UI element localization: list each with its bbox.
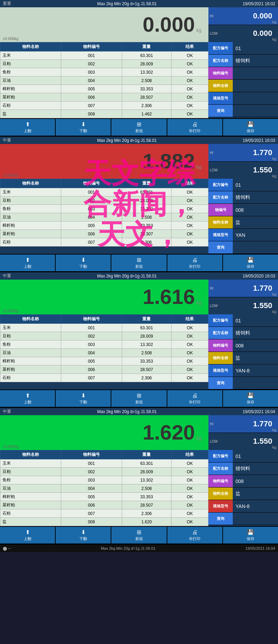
btn-保存[interactable]: 💾保存: [223, 119, 278, 136]
btn-下翻[interactable]: ⬇下翻: [56, 527, 111, 544]
info-label: 规格型号: [208, 500, 233, 512]
table-cell: OK: [171, 110, 208, 118]
lo-label: LOW: [210, 168, 218, 172]
lo-value: 1.550: [253, 166, 272, 175]
table-cell: OK: [171, 60, 208, 68]
top-bar: 中重 Max 2kg Min 20g d=1g J1.58.01 19/05/2…: [0, 408, 278, 415]
btn-保存[interactable]: 💾保存: [223, 390, 278, 407]
btn-新批[interactable]: ⊞新批: [111, 255, 167, 271]
table-cell: 28.307: [122, 230, 171, 238]
table-header: 物料编号: [61, 179, 122, 188]
btn-icon-下翻: ⬇: [81, 392, 86, 399]
hi-label: HI: [210, 151, 213, 154]
panel-panel1: 重重 Max 2kg Min 20g d=1g J1.58.01 19/05/2…: [0, 0, 278, 137]
hi-label: HI: [210, 422, 213, 426]
info-value: 盐: [233, 216, 278, 228]
btn-保存[interactable]: 💾保存: [223, 255, 278, 271]
weight-value: 1.620: [143, 422, 195, 443]
table-cell: 玉米: [0, 459, 61, 468]
table-section: 物料名称物料编号重量结果玉米00163.301OK豆粕00228.009OK鱼粉…: [0, 179, 208, 254]
btn-上翻[interactable]: ⬆上翻: [0, 255, 56, 271]
btn-下翻[interactable]: ⬇下翻: [56, 255, 111, 271]
btn-icon-保存: 💾: [247, 529, 254, 536]
table-cell: OK: [171, 85, 208, 93]
btn-补打印[interactable]: 🖨补打印: [167, 527, 223, 544]
btn-上翻[interactable]: ⬆上翻: [0, 390, 56, 407]
btn-新批[interactable]: ⊞新批: [111, 390, 167, 407]
info-row[interactable]: 查询: [208, 513, 278, 525]
info-row[interactable]: 查询: [208, 241, 278, 254]
table-cell: 豆粕: [0, 60, 61, 68]
btn-label-新批: 新批: [135, 400, 143, 405]
table-cell: OK: [171, 51, 208, 60]
info-label: 配方编号: [208, 179, 233, 191]
table-cell: 2.508: [122, 484, 171, 493]
btn-icon-补打印: 🖨: [192, 121, 198, 128]
table-cell: 盐: [0, 518, 61, 526]
info-label: 物料名称: [208, 352, 233, 364]
table-row: 豆粕00228.009OK: [0, 60, 208, 68]
hi-value: 1.770: [253, 148, 272, 157]
table-cell: 菜籽粕: [0, 501, 61, 509]
table-cell: OK: [171, 188, 208, 196]
table-row: 豆油0042.508OK: [0, 77, 208, 85]
btn-上翻[interactable]: ⬆上翻: [0, 119, 56, 136]
info-row[interactable]: 查询: [208, 105, 278, 117]
table-header: 物料名称: [0, 450, 61, 459]
weight-value: 1.882: [143, 151, 195, 172]
info-label: 查询: [208, 513, 233, 525]
table-row: 石粉0072.306OK: [0, 102, 208, 110]
info-value: 猪饲料: [233, 55, 278, 67]
info-row[interactable]: 查询: [208, 377, 278, 389]
table-cell: 004: [61, 213, 122, 222]
btn-下翻[interactable]: ⬇下翻: [56, 390, 111, 407]
table-header: 结果: [171, 179, 208, 188]
hi-row: HI 1.770 kg: [208, 144, 278, 162]
btn-icon-上翻: ⬆: [25, 392, 30, 399]
table-row: 豆油0042.508OK: [0, 349, 208, 357]
btn-label-保存: 保存: [247, 128, 254, 134]
info-row: 配方编号01: [208, 450, 278, 462]
weight-value: 0.000: [143, 14, 195, 35]
hi-unit: kg: [272, 292, 276, 296]
hi-value: 0.000: [253, 11, 272, 21]
table-header: 物料编号: [61, 42, 122, 51]
btn-保存[interactable]: 💾保存: [223, 527, 278, 544]
btn-label-下翻: 下翻: [79, 536, 87, 541]
top-bar: 中重 Max 2kg Min 20g d=1g J1.58.01 19/05/2…: [0, 272, 278, 280]
weight-main: ±0.000kg 0.000 kg: [0, 7, 208, 42]
btn-icon-上翻: ⬆: [25, 121, 30, 128]
btn-label-补打印: 补打印: [189, 400, 200, 405]
data-table: 物料名称物料编号重量结果玉米00163.301OK豆粕00228.009OK鱼粉…: [0, 179, 208, 247]
top-bar: 重重 Max 2kg Min 20g d=1g J1.58.01 19/05/2…: [0, 0, 278, 7]
hi-lo-panel: HI 1.770 kg LOW 1.550 kg: [208, 415, 278, 450]
info-value: [233, 513, 278, 525]
info-row: 规格型号YAN-8: [208, 364, 278, 377]
info-row: 规格型号YAN: [208, 229, 278, 241]
btn-补打印[interactable]: 🖨补打印: [167, 390, 223, 407]
table-cell: OK: [171, 476, 208, 484]
weight-row: ±0.000kg 1.616 kg HI 1.770 kg LOW 1.550 …: [0, 280, 278, 314]
info-label: 配方编号: [208, 450, 233, 462]
table-cell: 007: [61, 238, 122, 247]
btn-补打印[interactable]: 🖨补打印: [167, 255, 223, 271]
table-row: 豆粕00228.009OK: [0, 196, 208, 205]
info-value: [233, 105, 278, 117]
table-cell: 002: [61, 332, 122, 340]
info-label: 物料名称: [208, 216, 233, 228]
table-header: 物料编号: [61, 315, 122, 324]
lo-unit: kg: [272, 309, 276, 314]
info-value: YAN: [233, 229, 278, 241]
table-cell: 石粉: [0, 509, 61, 518]
table-cell: 石粉: [0, 238, 61, 247]
btn-新批[interactable]: ⊞新批: [111, 527, 167, 544]
btn-补打印[interactable]: 🖨补打印: [167, 119, 223, 136]
btn-下翻[interactable]: ⬇下翻: [56, 119, 111, 136]
info-value: 01: [233, 179, 278, 191]
lo-value: 0.000: [253, 29, 272, 38]
table-cell: 28.009: [122, 196, 171, 205]
btn-上翻[interactable]: ⬆上翻: [0, 527, 56, 544]
table-cell: 2.306: [122, 102, 171, 110]
info-label: 配方名称: [208, 327, 233, 339]
btn-新批[interactable]: ⊞新批: [111, 119, 167, 136]
